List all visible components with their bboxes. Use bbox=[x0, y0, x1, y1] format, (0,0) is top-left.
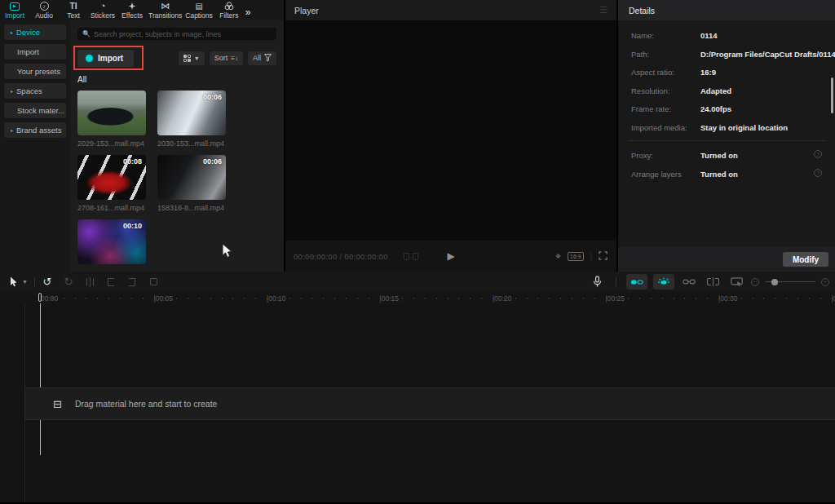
select-tool-button[interactable] bbox=[6, 275, 22, 290]
media-body: ▸ Device Import Your presets ▸ Spaces St bbox=[0, 20, 284, 272]
player-menu-icon[interactable]: ☰ bbox=[599, 5, 607, 15]
filter-button[interactable]: All bbox=[248, 51, 276, 65]
preview-axis-toggle[interactable] bbox=[727, 274, 745, 290]
detail-value: Turned on bbox=[700, 169, 738, 179]
sidebar-item-import[interactable]: Import bbox=[4, 44, 66, 60]
fullscreen-icon[interactable] bbox=[599, 249, 607, 263]
details-footer: Modify bbox=[618, 247, 835, 272]
zoom-in-button[interactable]: + bbox=[821, 278, 829, 286]
tab-audio[interactable]: ♪ Audio bbox=[29, 2, 59, 20]
record-voiceover-button[interactable] bbox=[588, 274, 606, 290]
main-track-magnet-toggle[interactable] bbox=[626, 274, 647, 290]
undo-button[interactable]: ↺ bbox=[39, 275, 55, 290]
tab-text[interactable]: TI Text bbox=[59, 2, 88, 20]
delete-button[interactable] bbox=[145, 275, 161, 290]
sort-button[interactable]: Sort ≡↓ bbox=[210, 51, 243, 65]
detail-row-proxy: Proxy: Turned on ? bbox=[631, 150, 822, 161]
chevron-down-icon: ▼ bbox=[194, 55, 200, 61]
ruler-label: |00:10 bbox=[267, 294, 285, 303]
tab-stickers[interactable]: ◔ Stickers bbox=[88, 2, 117, 20]
media-item[interactable]: 00:06 2030-153...mall.mp4 bbox=[157, 91, 226, 148]
details-title: Details bbox=[629, 6, 655, 15]
video-thumbnail[interactable]: 00:10 bbox=[77, 219, 146, 264]
import-button[interactable]: Import bbox=[77, 50, 134, 67]
video-thumbnail[interactable] bbox=[77, 91, 146, 135]
main-track-placeholder[interactable]: ⊟ Drag material here and start to create bbox=[25, 387, 835, 420]
search-input[interactable] bbox=[94, 30, 272, 38]
media-item[interactable]: 2029-153...mall.mp4 bbox=[77, 91, 146, 148]
auto-snap-toggle[interactable] bbox=[653, 274, 674, 290]
more-tabs-chevron-icon[interactable]: » bbox=[245, 7, 251, 18]
detail-row-arrange-layers: Arrange layers Turned on ? bbox=[631, 169, 822, 179]
detail-value: 0114 bbox=[700, 30, 718, 41]
video-filename: 2708-161...mall.mp4 bbox=[77, 204, 146, 212]
sidebar-item-stock-materials-label: Stock mater... bbox=[17, 106, 64, 115]
sidebar-item-stock-materials[interactable]: Stock mater... bbox=[4, 103, 66, 118]
video-filename: 2029-153...mall.mp4 bbox=[77, 139, 146, 148]
duration-badge: 00:06 bbox=[203, 157, 222, 166]
detail-label: Frame rate: bbox=[631, 104, 700, 114]
media-sidebar: ▸ Device Import Your presets ▸ Spaces St bbox=[0, 20, 70, 272]
edit-tools: ↺ ↻ bbox=[39, 275, 161, 290]
sidebar-item-brand-assets-label: Brand assets bbox=[16, 126, 61, 135]
fit-focus-icon[interactable]: ⌖ bbox=[555, 250, 561, 262]
info-icon[interactable]: ? bbox=[814, 150, 822, 158]
ruler-label: |00:20 bbox=[493, 294, 511, 303]
media-track-icon: ⊟ bbox=[53, 398, 62, 410]
playhead-line[interactable] bbox=[40, 303, 41, 455]
player-right-controls: ⌖ 16:9 | bbox=[555, 249, 607, 263]
redo-button[interactable]: ↻ bbox=[60, 275, 77, 290]
detail-value: D:/Program Files/CapCut Drafts/0114 bbox=[700, 49, 835, 60]
scrollbar-thumb[interactable] bbox=[831, 77, 833, 113]
timeline-tracks[interactable]: ⊟ Drag material here and start to create bbox=[0, 305, 835, 502]
sidebar-item-your-presets[interactable]: Your presets bbox=[4, 64, 66, 79]
media-item[interactable]: 00:08 2708-161...mall.mp4 bbox=[77, 155, 146, 212]
sidebar-item-device[interactable]: ▸ Device bbox=[4, 24, 66, 40]
player-panel: Player ☰ 00:00:00:00 / 00:00:00:00 ▶ ⌖ 1… bbox=[285, 0, 616, 272]
divider: | bbox=[590, 252, 592, 260]
tab-transitions[interactable]: ⋈ Transitions bbox=[147, 2, 183, 20]
media-item[interactable]: 00:06 158316-8...mall.mp4 bbox=[157, 155, 226, 212]
linking-toggle[interactable] bbox=[680, 274, 698, 290]
tab-captions[interactable]: ▤ Captions bbox=[183, 2, 214, 20]
zoom-out-button[interactable]: − bbox=[751, 278, 759, 286]
detail-value: Stay in original location bbox=[700, 122, 788, 133]
play-button[interactable]: ▶ bbox=[447, 250, 454, 262]
timeline-ruler[interactable]: 00:00|00:05|00:10|00:15|00:20|00:25|00:3… bbox=[0, 292, 835, 305]
timeline-zoom-slider[interactable] bbox=[765, 278, 815, 286]
timeline-toolbar: ▼ ↺ ↻ bbox=[0, 272, 835, 292]
transitions-icon: ⋈ bbox=[161, 2, 170, 11]
slider-handle[interactable] bbox=[771, 279, 778, 285]
timeline-right-tools: − + bbox=[588, 274, 829, 290]
view-mode-button[interactable]: ▼ bbox=[179, 51, 205, 65]
section-label-all: All bbox=[77, 75, 276, 84]
search-bar[interactable]: 🔍 bbox=[77, 28, 276, 40]
mirror-split-toggle[interactable] bbox=[704, 274, 722, 290]
select-tool-chevron-icon[interactable]: ▼ bbox=[22, 279, 30, 285]
timecode-mode-icons[interactable] bbox=[404, 253, 418, 260]
player-viewport[interactable] bbox=[285, 20, 616, 241]
info-icon[interactable]: ? bbox=[814, 169, 822, 177]
sidebar-item-brand-assets[interactable]: ▸ Brand assets bbox=[4, 122, 66, 138]
playhead-pin[interactable] bbox=[38, 293, 42, 302]
split-button[interactable] bbox=[82, 275, 98, 290]
sidebar-item-spaces[interactable]: ▸ Spaces bbox=[4, 83, 66, 99]
grid-view-icon bbox=[183, 55, 191, 62]
detail-row-imported-media: Imported media: Stay in original locatio… bbox=[631, 122, 822, 133]
tab-stickers-label: Stickers bbox=[91, 11, 115, 20]
delete-left-button[interactable] bbox=[103, 275, 119, 290]
tab-effects[interactable]: Effects bbox=[117, 2, 147, 20]
detail-row-resolution: Resolution: Adapted bbox=[631, 86, 822, 96]
tab-filters-label: Filters bbox=[219, 11, 238, 20]
capcut-app-window: ▶ Import ♪ Audio TI Text ◔ Stickers E bbox=[0, 0, 835, 504]
tab-filters[interactable]: Filters bbox=[214, 2, 244, 20]
tab-import[interactable]: ▶ Import bbox=[0, 2, 29, 20]
modify-button[interactable]: Modify bbox=[783, 252, 828, 267]
aspect-ratio-button[interactable]: 16:9 bbox=[568, 252, 584, 261]
delete-right-button[interactable] bbox=[124, 275, 140, 290]
video-thumbnail[interactable]: 00:06 bbox=[157, 155, 226, 200]
detail-row-name: Name: 0114 bbox=[631, 30, 822, 41]
video-thumbnail[interactable]: 00:06 bbox=[157, 91, 226, 135]
media-item[interactable]: 00:10 bbox=[77, 219, 146, 268]
video-thumbnail[interactable]: 00:08 bbox=[77, 155, 146, 200]
